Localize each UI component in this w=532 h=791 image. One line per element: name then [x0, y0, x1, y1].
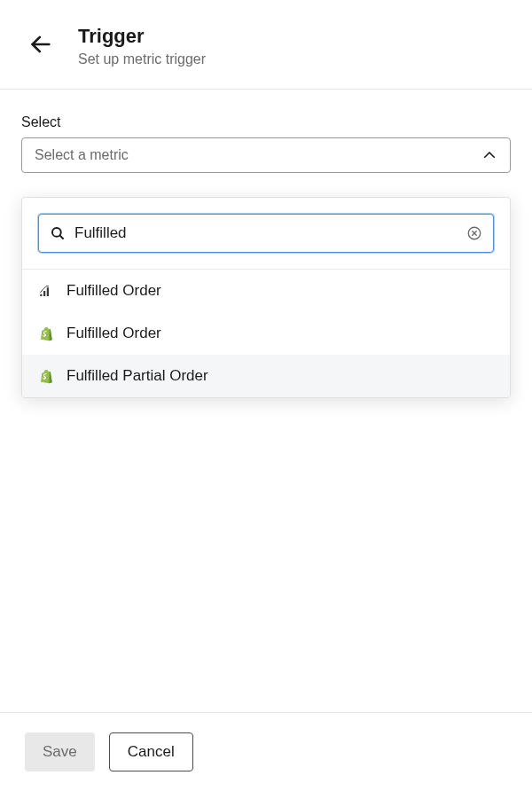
option-label: Fulfilled Order [66, 325, 161, 342]
metric-select[interactable]: Select a metric [21, 137, 511, 173]
metric-option[interactable]: Fulfilled Partial Order [22, 355, 510, 397]
page-header: Trigger Set up metric trigger [0, 0, 532, 89]
chevron-up-icon [481, 147, 497, 163]
content-area: Select Select a metric [0, 90, 532, 173]
svg-line-2 [59, 235, 63, 239]
search-icon [50, 225, 66, 241]
shopify-icon [38, 325, 54, 341]
select-placeholder: Select a metric [35, 147, 129, 163]
search-wrap [22, 198, 510, 269]
page-title: Trigger [78, 25, 206, 48]
clear-icon[interactable] [466, 225, 482, 241]
metric-dropdown: Fulfilled Order Fulfilled Order Fulfille… [21, 197, 511, 398]
footer: Save Cancel [0, 712, 532, 791]
metric-icon [38, 283, 54, 299]
search-box[interactable] [38, 214, 494, 253]
option-label: Fulfilled Order [66, 282, 161, 300]
save-button[interactable]: Save [25, 732, 95, 771]
back-button[interactable] [28, 32, 53, 57]
select-label: Select [21, 114, 511, 130]
page-subtitle: Set up metric trigger [78, 51, 206, 67]
header-text: Trigger Set up metric trigger [78, 25, 206, 67]
metric-option[interactable]: Fulfilled Order [22, 312, 510, 355]
shopify-icon [38, 368, 54, 384]
search-input[interactable] [74, 224, 458, 242]
option-label: Fulfilled Partial Order [66, 367, 208, 385]
arrow-left-icon [28, 32, 53, 57]
metric-option[interactable]: Fulfilled Order [22, 270, 510, 312]
cancel-button[interactable]: Cancel [109, 732, 193, 771]
